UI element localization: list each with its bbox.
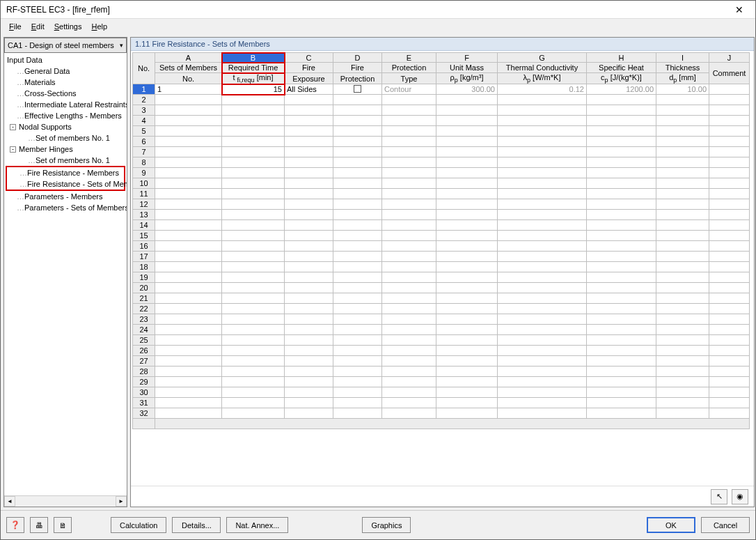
grid-row[interactable]: 19 [133, 272, 750, 283]
menu-settings[interactable]: Settings [50, 21, 86, 32]
tree-fire-members[interactable]: Fire Resistance - Members [7, 167, 124, 178]
grid-row[interactable]: 11 [133, 189, 750, 199]
grid-row[interactable]: 22 [133, 304, 750, 314]
tree-cross-sections[interactable]: Cross-Sections [4, 88, 127, 99]
rownum[interactable]: 12 [133, 199, 155, 210]
col-letter-f[interactable]: F [436, 53, 498, 63]
help-button[interactable]: ❓ [6, 517, 24, 533]
scroll-right-icon[interactable]: ► [116, 496, 127, 507]
tree-nodal-child[interactable]: Set of members No. 1 [4, 132, 127, 144]
collapse-icon[interactable]: - [10, 146, 16, 153]
rownum[interactable]: 8 [133, 157, 155, 168]
col-letter-d[interactable]: D [333, 53, 382, 63]
rownum[interactable]: 20 [133, 283, 155, 293]
data-grid[interactable]: No. A B C D E F G H I J Sets of Members [132, 52, 750, 429]
calculation-button[interactable]: Calculation [111, 517, 166, 533]
rownum[interactable]: 23 [133, 314, 155, 325]
rownum[interactable]: 15 [133, 231, 155, 241]
cell-1-e[interactable]: Contour [382, 84, 436, 95]
tree-fire-sets[interactable]: Fire Resistance - Sets of Memb [7, 178, 124, 190]
grid-row[interactable]: 17 [133, 252, 750, 262]
cell-1-i[interactable]: 10.00 [656, 84, 709, 95]
rownum[interactable]: 9 [133, 168, 155, 178]
rownum[interactable]: 31 [133, 398, 155, 408]
rownum[interactable]: 3 [133, 105, 155, 116]
scroll-left-icon[interactable]: ◄ [4, 496, 15, 507]
cell-1-b[interactable]: 15 [222, 84, 285, 95]
cell-1-f[interactable]: 300.00 [436, 84, 498, 95]
tree-hinges-child[interactable]: Set of members No. 1 [4, 155, 127, 166]
rownum[interactable]: 6 [133, 137, 155, 147]
grid-row[interactable]: 26 [133, 346, 750, 356]
col-letter-h[interactable]: H [587, 53, 656, 63]
col-letter-a[interactable]: A [155, 53, 222, 63]
ok-button[interactable]: OK [647, 517, 695, 533]
col-letter-g[interactable]: G [498, 53, 587, 63]
rownum[interactable]: 4 [133, 116, 155, 126]
tree-parameters-sets[interactable]: Parameters - Sets of Members [4, 202, 127, 213]
grid-row[interactable]: 4 [133, 116, 750, 126]
rownum[interactable]: 5 [133, 126, 155, 137]
col-letter-b[interactable]: B [222, 53, 285, 63]
grid-row[interactable]: 10 [133, 178, 750, 189]
case-combo[interactable]: CA1 - Design of steel members ▾ [4, 38, 127, 53]
grid-row[interactable]: 23 [133, 314, 750, 325]
rownum[interactable]: 28 [133, 367, 155, 377]
rownum[interactable]: 18 [133, 262, 155, 272]
menu-file[interactable]: File [5, 21, 26, 32]
grid-row[interactable]: 25 [133, 335, 750, 346]
col-letter-i[interactable]: I [656, 53, 709, 63]
col-letter-e[interactable]: E [382, 53, 436, 63]
grid-row[interactable]: 2 [133, 95, 750, 105]
cell-1-h[interactable]: 1200.00 [587, 84, 656, 95]
rownum[interactable]: 25 [133, 335, 155, 346]
tree-root[interactable]: Input Data [4, 54, 127, 65]
tree-parameters-members[interactable]: Parameters - Members [4, 191, 127, 202]
rownum[interactable]: 10 [133, 178, 155, 189]
rownum[interactable]: 21 [133, 293, 155, 304]
rownum[interactable]: 26 [133, 346, 155, 356]
grid-row[interactable]: 31 [133, 398, 750, 408]
grid-row[interactable]: 27 [133, 356, 750, 367]
cell-1-d[interactable] [333, 84, 382, 95]
tree-general-data[interactable]: General Data [4, 65, 127, 77]
grid-row[interactable]: 8 [133, 157, 750, 168]
view-button[interactable]: ◉ [732, 489, 748, 504]
col-no-header[interactable]: No. [133, 53, 155, 84]
grid-row-1[interactable]: 1 1 15 All Sides Contour 300.00 0.12 120… [133, 84, 750, 95]
close-button[interactable]: ✕ [729, 3, 750, 17]
cancel-button[interactable]: Cancel [701, 517, 750, 533]
cell-1-a[interactable]: 1 [155, 84, 222, 95]
grid-row[interactable]: 28 [133, 367, 750, 377]
col-letter-c[interactable]: C [285, 53, 333, 63]
tree-member-hinges[interactable]: -Member Hinges [4, 144, 127, 155]
grid-row[interactable]: 15 [133, 231, 750, 241]
grid-row[interactable]: 29 [133, 377, 750, 387]
grid-row[interactable]: 30 [133, 387, 750, 398]
grid-row[interactable]: 13 [133, 210, 750, 220]
nat-annex-button[interactable]: Nat. Annex... [226, 517, 288, 533]
rownum[interactable]: 11 [133, 189, 155, 199]
checkbox-icon[interactable] [354, 85, 361, 93]
grid-row[interactable]: 7 [133, 147, 750, 157]
tree-materials[interactable]: Materials [4, 77, 127, 88]
rownum[interactable]: 2 [133, 95, 155, 105]
grid-row[interactable]: 3 [133, 105, 750, 116]
export-button[interactable]: 🗎 [54, 517, 72, 533]
grid-row[interactable]: 16 [133, 241, 750, 252]
scroll-track[interactable] [15, 496, 116, 507]
cell-1-g[interactable]: 0.12 [498, 84, 587, 95]
grid-row[interactable]: 5 [133, 126, 750, 137]
rownum[interactable]: 7 [133, 147, 155, 157]
tree-nodal-supports[interactable]: -Nodal Supports [4, 121, 127, 132]
rownum[interactable]: 24 [133, 325, 155, 335]
graphics-button[interactable]: Graphics [362, 517, 411, 533]
grid-row[interactable]: 14 [133, 220, 750, 231]
pick-button[interactable]: ↖ [711, 489, 727, 504]
menu-help[interactable]: Help [87, 21, 111, 32]
tree-effective-lengths[interactable]: Effective Lengths - Members [4, 110, 127, 121]
rownum[interactable]: 27 [133, 356, 155, 367]
grid-row[interactable]: 12 [133, 199, 750, 210]
rownum[interactable]: 16 [133, 241, 155, 252]
grid-row[interactable]: 9 [133, 168, 750, 178]
